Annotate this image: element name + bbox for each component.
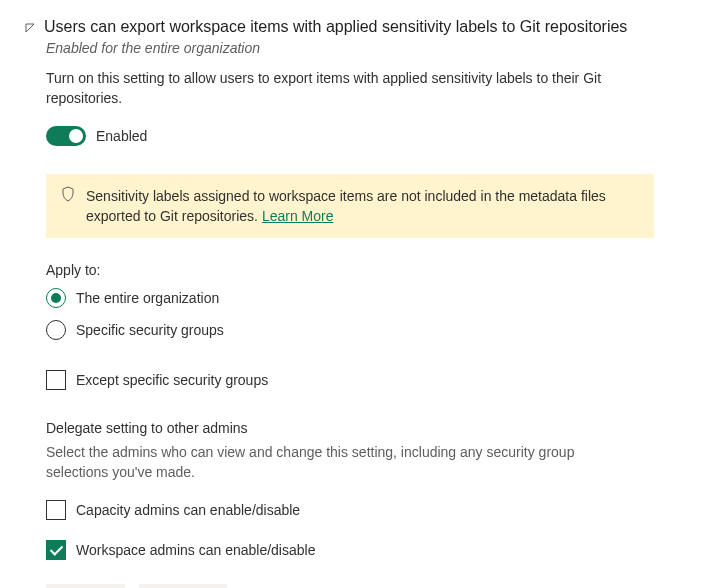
enabled-toggle-label: Enabled bbox=[96, 128, 147, 144]
info-banner-text: Sensitivity labels assigned to workspace… bbox=[86, 188, 606, 224]
setting-scope: Enabled for the entire organization bbox=[46, 40, 684, 56]
setting-description: Turn on this setting to allow users to e… bbox=[46, 68, 606, 108]
radio-icon bbox=[46, 320, 66, 340]
radio-label: Specific security groups bbox=[76, 322, 224, 338]
checkbox-icon bbox=[46, 500, 66, 520]
apply-button[interactable]: Apply bbox=[46, 584, 125, 588]
checkbox-icon bbox=[46, 540, 66, 560]
delegate-header: Delegate setting to other admins bbox=[46, 420, 684, 436]
radio-icon bbox=[46, 288, 66, 308]
learn-more-link[interactable]: Learn More bbox=[262, 208, 334, 224]
expand-icon[interactable] bbox=[24, 21, 36, 37]
radio-label: The entire organization bbox=[76, 290, 219, 306]
checkbox-except-groups[interactable]: Except specific security groups bbox=[46, 370, 684, 390]
radio-entire-organization[interactable]: The entire organization bbox=[46, 288, 684, 308]
radio-specific-groups[interactable]: Specific security groups bbox=[46, 320, 684, 340]
checkbox-icon bbox=[46, 370, 66, 390]
apply-to-label: Apply to: bbox=[46, 262, 684, 278]
shield-icon bbox=[60, 186, 76, 207]
info-banner: Sensitivity labels assigned to workspace… bbox=[46, 174, 654, 238]
checkbox-label: Capacity admins can enable/disable bbox=[76, 502, 300, 518]
delegate-description: Select the admins who can view and chang… bbox=[46, 442, 606, 482]
enabled-toggle[interactable] bbox=[46, 126, 86, 146]
checkbox-workspace-admins[interactable]: Workspace admins can enable/disable bbox=[46, 540, 684, 560]
checkbox-label: Except specific security groups bbox=[76, 372, 268, 388]
setting-title: Users can export workspace items with ap… bbox=[44, 16, 627, 38]
checkbox-label: Workspace admins can enable/disable bbox=[76, 542, 315, 558]
cancel-button[interactable]: Cancel bbox=[139, 584, 227, 588]
checkbox-capacity-admins[interactable]: Capacity admins can enable/disable bbox=[46, 500, 684, 520]
